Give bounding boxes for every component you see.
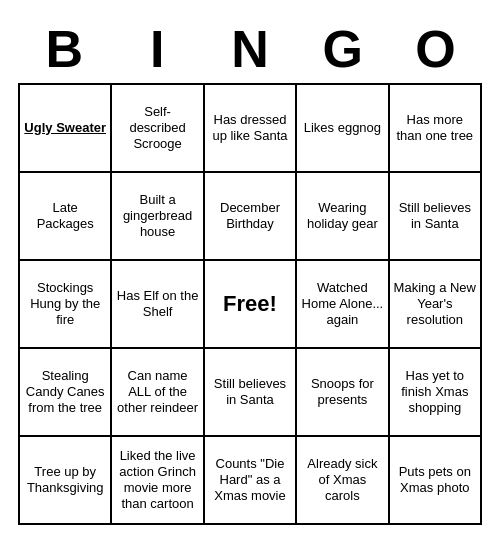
bingo-cell-12[interactable]: Free! [205, 261, 297, 349]
bingo-cell-11[interactable]: Has Elf on the Shelf [112, 261, 204, 349]
bingo-letter-o: O [392, 19, 480, 79]
bingo-letter-n: N [206, 19, 294, 79]
bingo-cell-24[interactable]: Puts pets on Xmas photo [390, 437, 482, 525]
bingo-header: BINGO [18, 19, 482, 79]
bingo-cell-5[interactable]: Late Packages [20, 173, 112, 261]
bingo-cell-13[interactable]: Watched Home Alone... again [297, 261, 389, 349]
bingo-cell-14[interactable]: Making a New Year's resolution [390, 261, 482, 349]
bingo-card: BINGO Ugly SweaterSelf-described Scrooge… [10, 11, 490, 533]
bingo-cell-10[interactable]: Stockings Hung by the fire [20, 261, 112, 349]
bingo-cell-19[interactable]: Has yet to finish Xmas shopping [390, 349, 482, 437]
bingo-cell-22[interactable]: Counts "Die Hard" as a Xmas movie [205, 437, 297, 525]
bingo-cell-16[interactable]: Can name ALL of the other reindeer [112, 349, 204, 437]
bingo-cell-6[interactable]: Built a gingerbread house [112, 173, 204, 261]
bingo-cell-23[interactable]: Already sick of Xmas carols [297, 437, 389, 525]
bingo-cell-1[interactable]: Self-described Scrooge [112, 85, 204, 173]
bingo-cell-9[interactable]: Still believes in Santa [390, 173, 482, 261]
bingo-cell-2[interactable]: Has dressed up like Santa [205, 85, 297, 173]
bingo-cell-3[interactable]: Likes eggnog [297, 85, 389, 173]
bingo-cell-15[interactable]: Stealing Candy Canes from the tree [20, 349, 112, 437]
bingo-cell-8[interactable]: Wearing holiday gear [297, 173, 389, 261]
bingo-cell-4[interactable]: Has more than one tree [390, 85, 482, 173]
bingo-cell-7[interactable]: December Birthday [205, 173, 297, 261]
bingo-cell-20[interactable]: Tree up by Thanksgiving [20, 437, 112, 525]
bingo-letter-g: G [299, 19, 387, 79]
bingo-cell-17[interactable]: Still believes in Santa [205, 349, 297, 437]
bingo-cell-21[interactable]: Liked the live action Grinch movie more … [112, 437, 204, 525]
bingo-grid: Ugly SweaterSelf-described ScroogeHas dr… [18, 83, 482, 525]
bingo-letter-b: B [20, 19, 108, 79]
bingo-letter-i: I [113, 19, 201, 79]
bingo-cell-18[interactable]: Snoops for presents [297, 349, 389, 437]
bingo-cell-0[interactable]: Ugly Sweater [20, 85, 112, 173]
